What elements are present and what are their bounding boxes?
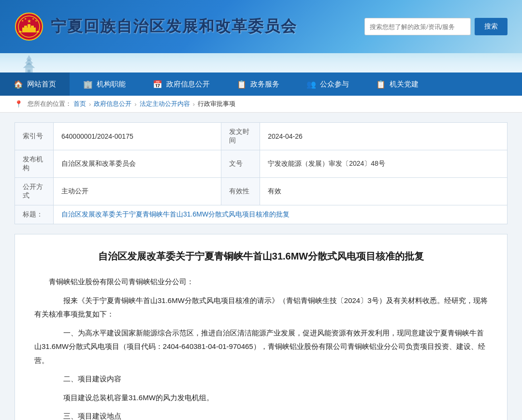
nav-label-service: 政务服务 — [250, 80, 279, 89]
breadcrumb-home[interactable]: 首页 — [73, 100, 86, 108]
party-icon: 📋 — [376, 80, 386, 89]
opentype-value: 主动公开 — [54, 178, 221, 205]
nav-label-public: 公众参与 — [320, 80, 349, 89]
table-row: 发布机构 自治区发展和改革委员会 文号 宁发改能源（发展）审发〔2024〕48号 — [15, 150, 508, 178]
nav-item-home[interactable]: 🏠 网站首页 — [0, 72, 70, 96]
nav-item-org[interactable]: 🏢 机构职能 — [70, 72, 139, 96]
metadata-table: 索引号 640000001/2024-00175 发文时间 2024-04-26… — [14, 122, 508, 224]
svg-text:★: ★ — [27, 18, 31, 24]
search-input[interactable] — [364, 18, 471, 35]
svg-rect-5 — [31, 26, 34, 29]
breadcrumb: 📍 您所在的位置： 首页 › 政府信息公开 › 法定主动公开内容 › 行政审批事… — [0, 96, 522, 113]
date-value: 2024-04-26 — [260, 123, 508, 150]
validity-label: 有效性 — [221, 178, 260, 205]
service-icon: 📋 — [237, 80, 246, 89]
nav-item-service[interactable]: 📋 政务服务 — [223, 72, 293, 96]
svg-text:★: ★ — [32, 17, 34, 20]
people-icon: 👥 — [306, 80, 316, 89]
breadcrumb-info[interactable]: 政府信息公开 — [94, 100, 131, 108]
table-row: 公开方式 主动公开 有效性 有效 — [15, 178, 508, 205]
opentype-label: 公开方式 — [15, 178, 54, 205]
doc-paragraph-4: 项目建设总装机容量31.6MW的风力发电机组。 — [34, 391, 488, 405]
document-title: 自治区发展改革委关于宁夏青铜峡牛首山31.6MW分散式风电项目核准的批复 — [34, 249, 488, 263]
national-emblem-icon: ★ ★ ★ ★ ★ — [14, 12, 44, 41]
main-nav: 🏠 网站首页 🏢 机构职能 📅 政府信息公开 📋 政务服务 👥 公众参与 📋 机… — [0, 72, 522, 96]
table-row: 索引号 640000001/2024-00175 发文时间 2024-04-26 — [15, 123, 508, 150]
svg-text:★: ★ — [24, 17, 27, 20]
nav-item-info[interactable]: 📅 政府信息公开 — [139, 72, 223, 96]
table-row: 标题： 自治区发展改革委关于宁夏青铜峡牛首山31.6MW分散式风电项目核准的批复 — [15, 205, 508, 224]
svg-rect-4 — [28, 24, 30, 29]
nav-item-public[interactable]: 👥 公众参与 — [293, 72, 362, 96]
document-content: 自治区发展改革委关于宁夏青铜峡牛首山31.6MW分散式风电项目核准的批复 青铜峡… — [14, 234, 508, 420]
document-body: 青铜峡铝业股份有限公司青铜峡铝业分公司： 报来《关于宁夏青铜峡牛首山31.6MW… — [34, 275, 488, 420]
breadcrumb-current: 行政审批事项 — [198, 100, 235, 108]
date-label: 发文时间 — [221, 123, 260, 150]
home-icon: 🏠 — [14, 80, 23, 89]
index-label: 索引号 — [15, 123, 54, 150]
docnum-label: 文号 — [221, 150, 260, 178]
search-area: 搜索 — [364, 18, 508, 35]
calendar-icon: 📅 — [153, 80, 162, 89]
publisher-label: 发布机构 — [15, 150, 54, 178]
nav-label-org: 机构职能 — [97, 80, 126, 89]
index-value: 640000001/2024-00175 — [54, 123, 221, 150]
location-icon: 📍 — [14, 100, 23, 108]
logo-area: ★ ★ ★ ★ ★ 宁夏回族自治区发展和改革委员会 — [14, 12, 364, 41]
page-header: ★ ★ ★ ★ ★ 宁夏回族自治区发展和改革委员会 搜索 — [0, 0, 522, 53]
breadcrumb-legal[interactable]: 法定主动公开内容 — [140, 100, 190, 108]
svg-rect-17 — [28, 70, 30, 72]
nav-item-party[interactable]: 📋 机关党建 — [362, 72, 432, 96]
site-title: 宁夏回族自治区发展和改革委员会 — [51, 16, 297, 37]
validity-value: 有效 — [260, 178, 508, 205]
docnum-value: 宁发改能源（发展）审发〔2024〕48号 — [260, 150, 508, 178]
publisher-value: 自治区发展和改革委员会 — [54, 150, 221, 178]
nav-label-party: 机关党建 — [390, 80, 419, 89]
doc-paragraph-3: 二、项目建设内容 — [34, 372, 488, 386]
title-value: 自治区发展改革委关于宁夏青铜峡牛首山31.6MW分散式风电项目核准的批复 — [54, 205, 508, 224]
title-label: 标题： — [15, 205, 54, 224]
org-icon: 🏢 — [83, 80, 93, 89]
breadcrumb-location-label: 您所在的位置： — [28, 100, 72, 108]
pagoda-icon — [14, 54, 44, 72]
svg-rect-3 — [24, 26, 27, 29]
search-button[interactable]: 搜索 — [475, 18, 508, 35]
nav-label-home: 网站首页 — [27, 80, 56, 89]
nav-label-info: 政府信息公开 — [166, 80, 210, 89]
svg-marker-15 — [23, 62, 35, 68]
scenic-decoration — [0, 53, 522, 72]
doc-paragraph-1: 报来《关于宁夏青铜峡牛首山31.6MW分散式风电项目核准的请示》（青铝青铜峡生技… — [34, 294, 488, 321]
main-content: 索引号 640000001/2024-00175 发文时间 2024-04-26… — [0, 113, 522, 420]
doc-paragraph-0: 青铜峡铝业股份有限公司青铜峡铝业分公司： — [34, 275, 488, 289]
doc-paragraph-5: 三、项目建设地点 — [34, 409, 488, 420]
doc-paragraph-2: 一、为高水平建设国家新能源综合示范区，推进自治区清洁能源产业发展，促进风能资源有… — [34, 326, 488, 368]
svg-text:★: ★ — [35, 19, 37, 22]
svg-text:★: ★ — [21, 19, 24, 22]
